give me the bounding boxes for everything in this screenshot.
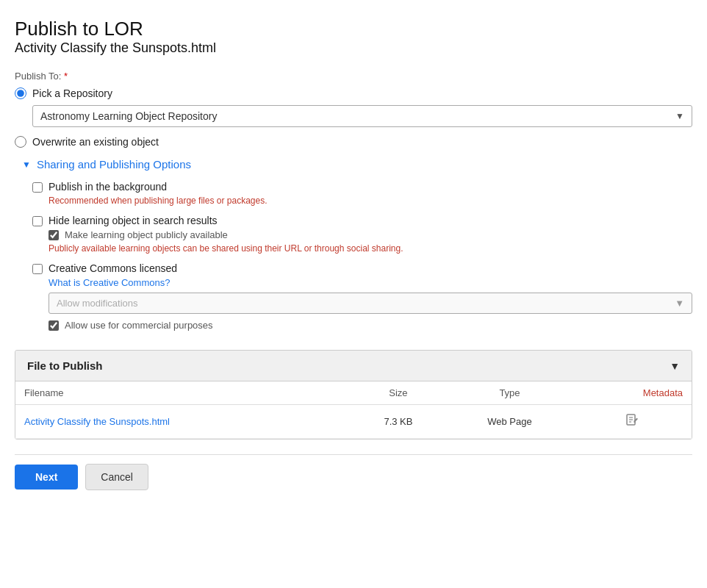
make-public-row: Make learning object publicly available xyxy=(49,229,692,240)
next-button[interactable]: Next xyxy=(15,465,78,490)
chevron-down-icon: ▼ xyxy=(675,111,684,121)
overwrite-row: Overwrite an existing object xyxy=(15,136,692,148)
cc-link[interactable]: What is Creative Commons? xyxy=(49,277,692,288)
hide-search-label: Hide learning object in search results xyxy=(49,215,218,226)
repository-select-value: Astronomy Learning Object Repository xyxy=(40,110,217,122)
button-row: Next Cancel xyxy=(15,454,692,493)
repository-select[interactable]: Astronomy Learning Object Repository ▼ xyxy=(32,105,692,127)
allow-commercial-label: Allow use for commercial purposes xyxy=(65,320,213,331)
required-star: * xyxy=(64,71,68,82)
allow-commercial-checkbox[interactable] xyxy=(49,320,59,331)
sharing-section: ▼ Sharing and Publishing Options Publish… xyxy=(22,158,692,331)
page-title: Publish to LOR xyxy=(15,18,692,40)
page-subtitle: Activity Classify the Sunspots.html xyxy=(15,40,692,56)
publish-background-hint: Recommended when publishing large files … xyxy=(49,196,692,206)
hide-search-row: Hide learning object in search results xyxy=(32,215,692,226)
overwrite-radio[interactable] xyxy=(15,136,26,148)
make-public-label: Make learning object publicly available xyxy=(65,229,228,240)
cc-row: Creative Commons licensed xyxy=(32,262,692,274)
col-header-size: Size xyxy=(351,381,446,405)
publish-background-row: Publish in the background xyxy=(32,181,692,193)
cancel-button[interactable]: Cancel xyxy=(85,464,148,490)
make-public-hint: Publicly available learning objects can … xyxy=(49,243,692,254)
file-section-chevron-icon: ▼ xyxy=(670,360,680,372)
file-metadata[interactable] xyxy=(573,405,692,439)
pick-repository-row: Pick a Repository xyxy=(15,87,692,99)
cc-label: Creative Commons licensed xyxy=(49,262,177,274)
publish-to-label: Publish To: * xyxy=(15,71,692,82)
chevron-down-icon: ▼ xyxy=(675,298,684,309)
hide-search-checkbox[interactable] xyxy=(32,216,43,226)
col-header-type: Type xyxy=(446,381,574,405)
metadata-icon[interactable] xyxy=(625,412,641,429)
publish-background-checkbox[interactable] xyxy=(32,182,43,193)
sharing-header[interactable]: ▼ Sharing and Publishing Options xyxy=(22,158,692,171)
file-filename: Activity Classify the Sunspots.html xyxy=(15,405,351,439)
file-link[interactable]: Activity Classify the Sunspots.html xyxy=(24,416,170,427)
allow-modifications-placeholder: Allow modifications xyxy=(57,298,138,309)
table-row: Activity Classify the Sunspots.html 7.3 … xyxy=(15,405,692,439)
repository-dropdown-container: Astronomy Learning Object Repository ▼ xyxy=(32,105,692,127)
file-section-title: File to Publish xyxy=(27,359,103,372)
cc-section: Creative Commons licensed What is Creati… xyxy=(32,262,692,331)
file-section-header[interactable]: File to Publish ▼ xyxy=(15,351,692,381)
pick-repository-radio[interactable] xyxy=(15,87,26,99)
pick-repository-label: Pick a Repository xyxy=(32,87,112,99)
file-section: File to Publish ▼ Filename Size Type Met… xyxy=(15,350,692,440)
file-table: Filename Size Type Metadata Activity Cla… xyxy=(15,381,692,439)
allow-commercial-row: Allow use for commercial purposes xyxy=(49,320,692,331)
publish-background-label: Publish in the background xyxy=(49,181,167,193)
sharing-options: Publish in the background Recommended wh… xyxy=(32,181,692,331)
file-size: 7.3 KB xyxy=(351,405,446,439)
triangle-down-icon: ▼ xyxy=(22,159,31,170)
col-header-filename: Filename xyxy=(15,381,351,405)
make-public-checkbox[interactable] xyxy=(49,230,59,240)
col-header-metadata: Metadata xyxy=(573,381,692,405)
sharing-title: Sharing and Publishing Options xyxy=(37,158,191,171)
file-type: Web Page xyxy=(446,405,574,439)
allow-modifications-select[interactable]: Allow modifications ▼ xyxy=(49,293,692,314)
overwrite-label: Overwrite an existing object xyxy=(32,136,159,148)
cc-checkbox[interactable] xyxy=(32,264,43,274)
